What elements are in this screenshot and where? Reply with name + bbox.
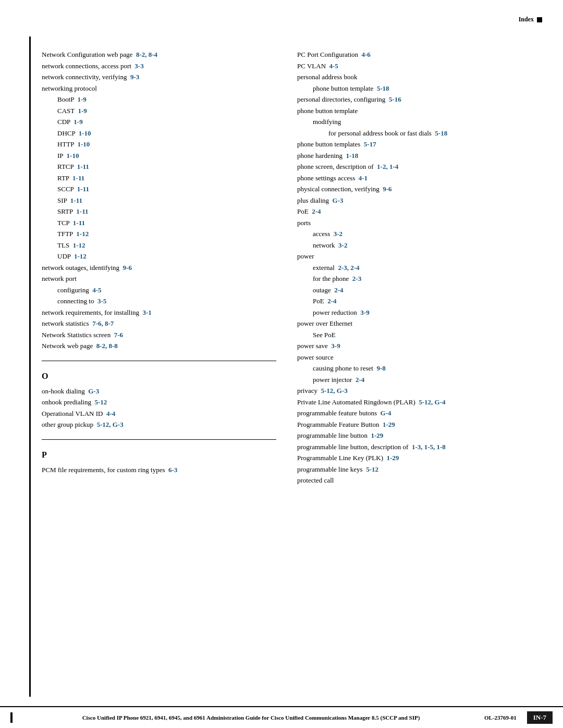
list-item: PC Port Configuration 4-6 xyxy=(297,50,542,60)
list-item: access 3-2 xyxy=(297,229,542,239)
index-label: Index xyxy=(519,16,534,23)
list-item: power injector 2-4 xyxy=(297,375,542,385)
list-item: phone button template 5-18 xyxy=(297,83,542,94)
list-item: network connectivity, verifying 9-3 xyxy=(42,72,276,82)
list-item: RTCP 1-11 xyxy=(42,162,276,172)
list-item: See PoE xyxy=(297,330,542,340)
list-item: CAST 1-9 xyxy=(42,106,276,116)
list-item: configuring 4-5 xyxy=(42,285,276,295)
list-item: power xyxy=(297,251,542,262)
list-item: Network Statistics screen 7-6 xyxy=(42,330,276,340)
list-item: IP 1-10 xyxy=(42,151,276,161)
list-item: PoE 2-4 xyxy=(297,206,542,217)
list-item: SIP 1-11 xyxy=(42,195,276,206)
list-item: phone button template xyxy=(297,106,542,116)
left-column: Network Configuration web page 8-2, 8-4 … xyxy=(42,50,292,487)
list-item: HTTP 1-10 xyxy=(42,139,276,150)
footer-left-bar xyxy=(10,712,13,723)
list-item: network 3-2 xyxy=(297,240,542,251)
section-letter-o: O xyxy=(42,372,276,381)
list-item: outage 2-4 xyxy=(297,285,542,295)
list-item: UDP 1-12 xyxy=(42,251,276,262)
list-item: causing phone to reset 9-8 xyxy=(297,363,542,374)
list-item: power source xyxy=(297,352,542,363)
list-item: DHCP 1-10 xyxy=(42,128,276,139)
list-item: Network web page 8-2, 8-8 xyxy=(42,341,276,351)
list-item: PoE 2-4 xyxy=(297,296,542,306)
list-item: network connections, access port 3-3 xyxy=(42,61,276,71)
page-footer: Cisco Unified IP Phone 6921, 6941, 6945,… xyxy=(0,706,563,728)
header-square xyxy=(537,17,542,22)
footer-doc-number: OL-23769-01 xyxy=(484,714,517,721)
list-item: network requirements, for installing 3-1 xyxy=(42,307,276,318)
right-column: PC Port Configuration 4-6 PC VLAN 4-5 pe… xyxy=(292,50,542,487)
header-index: Index xyxy=(519,16,542,23)
list-item: Programmable Feature Button 1-29 xyxy=(297,419,542,430)
list-item: programmable line keys 5-12 xyxy=(297,464,542,475)
list-item: modifying xyxy=(297,117,542,127)
list-item: power reduction 3-9 xyxy=(297,307,542,318)
list-item: PCM file requirements, for custom ring t… xyxy=(42,465,276,475)
list-item: connecting to 3-5 xyxy=(42,296,276,306)
list-item: personal directories, configuring 5-16 xyxy=(297,94,542,105)
page-header: Index xyxy=(0,0,563,29)
list-item: for personal address book or fast dials … xyxy=(297,128,542,139)
list-item: onhook predialing 5-12 xyxy=(42,397,276,408)
list-item: phone settings access 4-1 xyxy=(297,173,542,183)
list-item: Network Configuration web page 8-2, 8-4 xyxy=(42,50,276,60)
list-item: TCP 1-11 xyxy=(42,218,276,228)
list-item: RTP 1-11 xyxy=(42,173,276,183)
list-item: SRTP 1-11 xyxy=(42,206,276,217)
list-item: phone button templates 5-17 xyxy=(297,139,542,150)
list-item: PC VLAN 4-5 xyxy=(297,61,542,71)
list-item: programmable feature butons G-4 xyxy=(297,408,542,418)
list-item: phone screen, description of 1-2, 1-4 xyxy=(297,162,542,172)
list-item: SCCP 1-11 xyxy=(42,184,276,194)
list-item: TFTP 1-12 xyxy=(42,229,276,239)
list-item: ports xyxy=(297,218,542,228)
list-item: phone hardening 1-18 xyxy=(297,151,542,161)
main-content: Network Configuration web page 8-2, 8-4 … xyxy=(0,29,563,497)
list-item: external 2-3, 2-4 xyxy=(297,263,542,273)
list-item: protected call xyxy=(297,475,542,486)
list-item: other group pickup 5-12, G-3 xyxy=(42,419,276,430)
list-item: programmable line button, description of… xyxy=(297,442,542,452)
list-item: networking protocol xyxy=(42,83,276,94)
left-vertical-bar xyxy=(29,36,31,697)
footer-main-text: Cisco Unified IP Phone 6921, 6941, 6945,… xyxy=(18,714,484,721)
footer-page-number: IN-7 xyxy=(527,711,553,724)
section-letter-p: P xyxy=(42,450,276,460)
list-item: on-hook dialing G-3 xyxy=(42,386,276,397)
list-item: Programmable Line Key (PLK) 1-29 xyxy=(297,453,542,463)
list-item: Private Line Automated Ringdown (PLAR) 5… xyxy=(297,397,542,408)
list-item: programmable line button 1-29 xyxy=(297,430,542,441)
list-item: BootP 1-9 xyxy=(42,94,276,105)
list-item: personal address book xyxy=(297,72,542,82)
list-item: network port xyxy=(42,274,276,284)
list-item: physical connection, verifying 9-6 xyxy=(297,184,542,194)
list-item: TLS 1-12 xyxy=(42,240,276,251)
list-item: power over Ethernet xyxy=(297,318,542,329)
list-item: network statistics 7-6, 8-7 xyxy=(42,318,276,329)
list-item: network outages, identifying 9-6 xyxy=(42,263,276,273)
list-item: plus dialing G-3 xyxy=(297,195,542,206)
section-p-divider xyxy=(42,439,276,440)
list-item: power save 3-9 xyxy=(297,341,542,351)
list-item: CDP 1-9 xyxy=(42,117,276,127)
list-item: for the phone 2-3 xyxy=(297,274,542,284)
section-o-header: O xyxy=(42,372,276,381)
section-o-divider xyxy=(42,361,276,361)
list-item: Operational VLAN ID 4-4 xyxy=(42,409,276,419)
section-p-header: P xyxy=(42,450,276,460)
page-container: Index Network Configuration web page 8-2… xyxy=(0,0,563,728)
list-item: privacy 5-12, G-3 xyxy=(297,386,542,396)
